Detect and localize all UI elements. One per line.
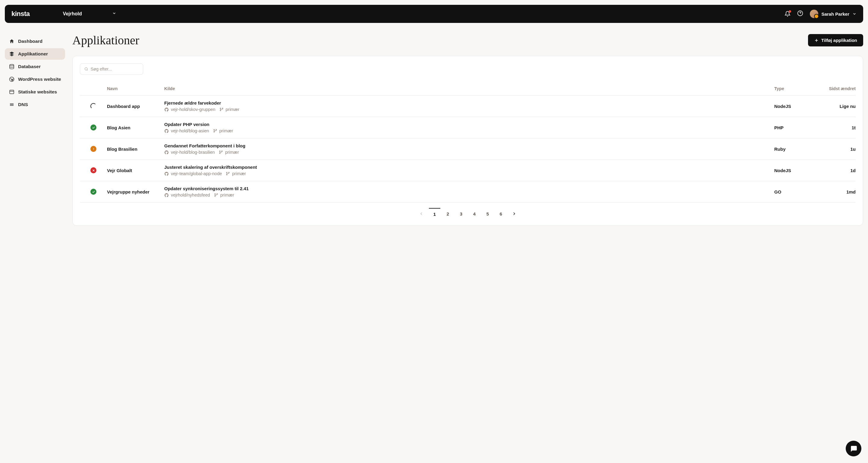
commit-message: Gendannet Forfatterkomponent i blog [164,143,774,148]
page-3[interactable]: 3 [456,208,467,219]
app-type: NodeJS [774,168,813,173]
branch-name: primær [226,107,240,112]
repo-line: vejr-team/global-app-nodeprimær [164,171,774,176]
sidebar-item-applications[interactable]: Applikationer [5,48,65,60]
table-header: Navn Kilde Type Sidst ændret [80,83,856,96]
status-loading-icon [90,103,96,109]
svg-rect-17 [93,148,93,149]
source-cell: Gendannet Forfatterkomponent i blogvejr-… [164,143,774,155]
commit-message: Opdater synkroniseringssystem til 2.41 [164,186,774,191]
page-5[interactable]: 5 [482,208,493,219]
sidebar-item-label: Applikationer [18,51,48,57]
svg-point-8 [85,67,87,70]
branch-name: primær [219,128,233,133]
app-type: GO [774,189,813,194]
add-application-button[interactable]: Tilføj applikation [808,34,863,47]
status-cell [80,103,107,109]
github-icon [164,150,169,155]
sidebar-item-databases[interactable]: Databaser [5,61,65,72]
source-cell: Opdater PHP versionvejr-hold/blog-asienp… [164,122,774,133]
page-header: Applikationer Tilføj applikation [72,33,863,47]
pagination-next[interactable] [508,208,520,219]
page-6[interactable]: 6 [495,208,507,219]
source-cell: Fjernede ældre farvekodervejr-hold/skov-… [164,100,774,112]
app-name: Vejr Globalt [107,168,164,173]
chevron-right-icon [512,211,517,216]
app-type: PHP [774,125,813,130]
sidebar: Dashboard Applikationer Databaser WordPr… [5,28,65,226]
app-modified: 1d [813,168,856,173]
dns-icon [9,102,14,107]
source-cell: Opdater synkroniseringssystem til 2.41ve… [164,186,774,197]
chevron-left-icon [419,211,424,216]
sidebar-item-dns[interactable]: DNS [5,99,65,110]
status-cell [80,124,107,130]
page-title: Applikationer [72,33,139,47]
col-type: Type [774,86,813,91]
repo-name: vejr-hold/blog-brasilien [171,150,215,155]
sidebar-item-static[interactable]: Statiske websites [5,86,65,98]
stack-icon [9,51,14,57]
app-modified: Lige nu [813,104,856,109]
sidebar-item-label: Statiske websites [18,89,57,95]
search-input[interactable] [90,67,138,71]
topbar: kinsta Vejrhold Sarah Parker [5,5,863,23]
github-icon [164,172,169,176]
status-error-icon [90,167,96,173]
repo-line: vejr-hold/skov-gruppenprimær [164,107,774,112]
svg-point-18 [219,151,220,152]
github-icon [164,107,169,112]
table-row[interactable]: Dashboard appFjernede ældre farvekoderve… [80,96,856,117]
wordpress-icon [9,76,14,82]
sidebar-item-dashboard[interactable]: Dashboard [5,36,65,47]
main: Applikationer Tilføj applikation Navn Ki… [72,28,863,226]
app-modified: 1u [813,147,856,152]
table-row[interactable]: Vejr GlobaltJusteret skalering af oversk… [80,160,856,181]
repo-line: vejrhold/nyhedsfeedprimær [164,193,774,197]
svg-point-16 [93,150,93,150]
app-type: NodeJS [774,104,813,109]
branch-icon [226,172,230,176]
svg-point-2 [10,64,14,66]
commit-message: Justeret skalering af overskriftskompone… [164,164,774,170]
branch-icon [219,107,224,112]
sidebar-item-label: WordPress websites [18,76,61,82]
status-success-icon [90,124,96,130]
svg-point-27 [215,196,216,196]
pagination-prev[interactable] [415,208,427,219]
commit-message: Fjernede ældre farvekoder [164,100,774,105]
col-name: Navn [107,86,164,91]
status-cell [80,167,107,173]
table-row[interactable]: Vejrgruppe nyhederOpdater synkronisering… [80,181,856,203]
repo-line: vejr-hold/blog-asienprimær [164,128,774,133]
search-box[interactable] [80,63,143,75]
branch-icon [219,150,223,154]
col-modified: Sidst ændret [813,86,856,91]
repo-name: vejr-hold/blog-asien [171,128,209,133]
svg-point-28 [217,193,218,194]
svg-point-24 [226,174,227,175]
home-icon [9,38,14,44]
status-success-icon [90,189,96,195]
table-row[interactable]: Blog AsienOpdater PHP versionvejr-hold/b… [80,117,856,138]
branch-name: primær [225,150,239,155]
table-row[interactable]: Blog BrasilienGendannet Forfatterkompone… [80,138,856,160]
page-1[interactable]: 1 [429,208,440,219]
sidebar-item-label: DNS [18,102,28,107]
repo-name: vejr-hold/skov-gruppen [171,107,216,112]
sidebar-item-wordpress[interactable]: WordPress websites [5,73,65,85]
status-cell [80,146,107,152]
svg-point-13 [214,129,215,130]
pagination: 123456 [80,203,856,222]
user-menu[interactable]: Sarah Parker [810,10,857,18]
chevron-down-icon [112,11,116,17]
page-2[interactable]: 2 [442,208,454,219]
company-selector[interactable]: Vejrhold [63,11,116,17]
app-name: Vejrgruppe nyheder [107,189,164,194]
col-source: Kilde [164,86,774,91]
svg-point-19 [219,153,220,154]
help-button[interactable] [797,10,803,18]
browser-icon [9,89,14,95]
page-4[interactable]: 4 [469,208,480,219]
notifications-button[interactable] [784,11,790,17]
